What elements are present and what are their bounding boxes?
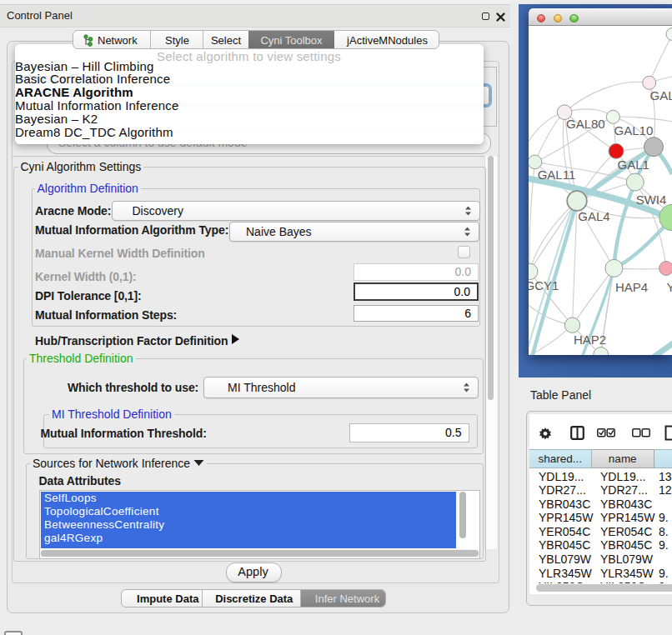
svg-text:SWI4: SWI4 — [636, 192, 667, 207]
svg-text:GAL2: GAL2 — [650, 88, 672, 102]
svg-text:Y: Y — [666, 280, 672, 294]
svg-text:GCY1: GCY1 — [529, 278, 559, 292]
svg-text:GAL80: GAL80 — [566, 117, 605, 131]
svg-text:GAL10: GAL10 — [614, 123, 654, 138]
svg-text:GAL4: GAL4 — [578, 209, 609, 223]
svg-text:HAP2: HAP2 — [574, 332, 606, 347]
svg-text:GAL11: GAL11 — [538, 168, 576, 182]
svg-text:GAL1: GAL1 — [618, 158, 649, 172]
svg-text:HAP4: HAP4 — [615, 280, 648, 294]
